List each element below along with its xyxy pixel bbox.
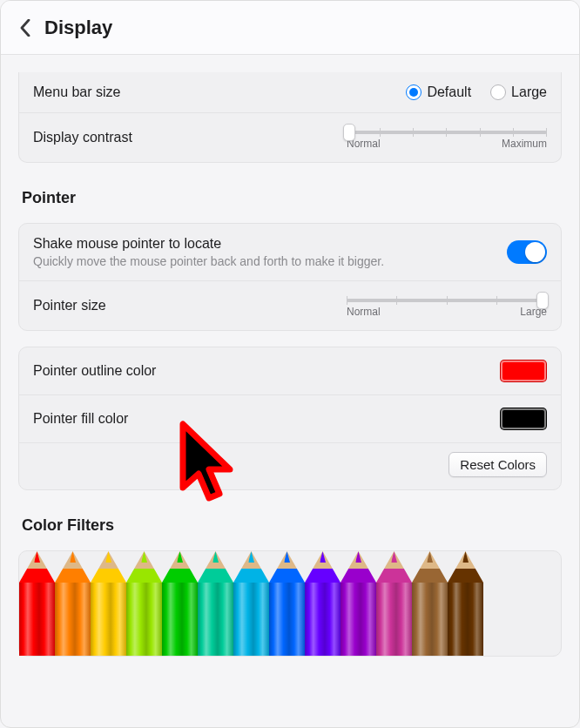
menu-bar-size-default[interactable]: Default: [406, 84, 471, 100]
shake-toggle[interactable]: [507, 240, 547, 264]
slider-min-label: Normal: [347, 306, 381, 318]
pointer-size-row: Pointer size Normal Large: [19, 281, 561, 330]
pointer-fill-label: Pointer fill color: [33, 411, 128, 427]
reset-colors-row: Reset Colors: [19, 443, 561, 489]
slider-thumb[interactable]: [343, 124, 355, 141]
pointer-fill-row: Pointer fill color: [19, 395, 561, 443]
pencil-icon: [198, 551, 233, 656]
header: Display: [1, 1, 579, 55]
pointer-outline-label: Pointer outline color: [33, 363, 156, 379]
display-group: Menu bar size Default Large Display cont…: [18, 72, 562, 163]
slider-max-label: Maximum: [502, 138, 547, 150]
menu-bar-size-label: Menu bar size: [33, 84, 121, 100]
pencil-icon: [126, 551, 162, 656]
menu-bar-size-large[interactable]: Large: [490, 84, 547, 100]
chevron-left-icon: [19, 19, 31, 37]
shake-help: Quickly move the mouse pointer back and …: [33, 254, 384, 268]
pointer-outline-row: Pointer outline color: [19, 347, 561, 395]
menu-bar-size-radios: Default Large: [406, 84, 547, 100]
radio-icon: [406, 84, 422, 100]
display-contrast-label: Display contrast: [33, 130, 132, 145]
pencil-icon: [376, 551, 412, 656]
pointer-outline-color-well[interactable]: [500, 360, 547, 382]
pointer-section-title: Pointer: [22, 189, 562, 207]
pencil-icon: [19, 551, 55, 656]
menu-bar-size-row: Menu bar size Default Large: [19, 72, 561, 113]
display-contrast-row: Display contrast Normal Maximum: [19, 113, 561, 162]
slider-thumb[interactable]: [536, 292, 549, 309]
pencil-icon: [305, 551, 341, 656]
radio-label: Large: [511, 84, 547, 100]
pencil-icon: [412, 551, 448, 656]
pencil-icon: [91, 551, 126, 656]
pencil-icon: [341, 551, 376, 656]
radio-label: Default: [427, 84, 471, 100]
pencil-icon: [162, 551, 198, 656]
back-button[interactable]: [15, 17, 36, 38]
shake-to-locate-row: Shake mouse pointer to locate Quickly mo…: [19, 224, 561, 281]
color-filters-section-title: Color Filters: [22, 516, 562, 535]
pencil-icon: [269, 551, 305, 656]
color-filters-group: [18, 550, 562, 657]
reset-colors-button[interactable]: Reset Colors: [448, 452, 547, 477]
pencil-icon: [233, 551, 269, 656]
shake-label: Shake mouse pointer to locate: [33, 236, 384, 252]
pointer-group-1: Shake mouse pointer to locate Quickly mo…: [18, 223, 562, 331]
page-title: Display: [44, 17, 112, 39]
radio-icon: [490, 84, 506, 100]
pointer-size-slider[interactable]: Normal Large: [338, 293, 547, 318]
color-filters-pencils: [19, 551, 483, 656]
display-contrast-slider[interactable]: Normal Maximum: [338, 125, 547, 150]
pointer-size-label: Pointer size: [33, 298, 106, 313]
pencil-icon: [55, 551, 91, 656]
pointer-fill-color-well[interactable]: [500, 408, 547, 430]
pointer-group-2: Pointer outline color Pointer fill color…: [18, 347, 562, 490]
pencil-icon: [448, 551, 483, 656]
